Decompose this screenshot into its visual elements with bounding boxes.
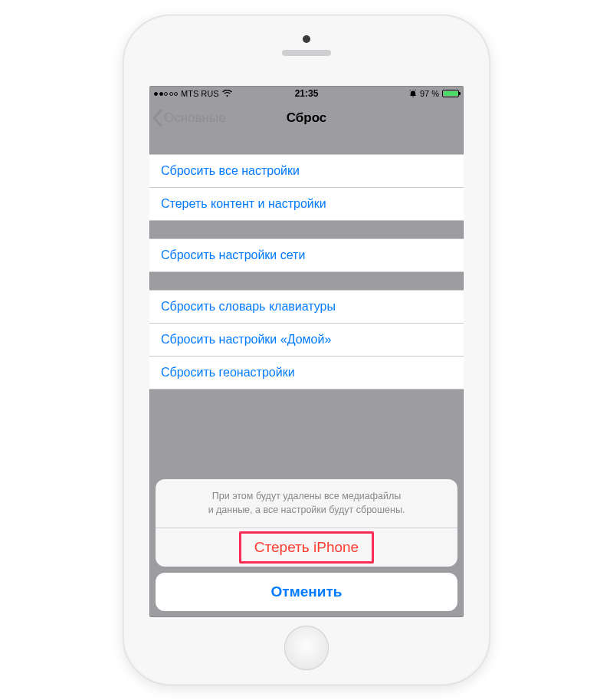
status-bar: MTS RUS 21:35 97 % bbox=[149, 86, 464, 101]
chevron-left-icon bbox=[152, 110, 162, 127]
cancel-button[interactable]: Отменить bbox=[156, 573, 457, 611]
reset-location-row[interactable]: Сбросить геонастройки bbox=[149, 356, 464, 389]
row-label: Сбросить словарь клавиатуры bbox=[161, 300, 336, 313]
reset-keyboard-dict-row[interactable]: Сбросить словарь клавиатуры bbox=[149, 290, 464, 324]
page-title: Сброс bbox=[287, 110, 327, 126]
back-button[interactable]: Основные bbox=[152, 101, 226, 135]
reset-network-row[interactable]: Сбросить настройки сети bbox=[149, 238, 464, 272]
cancel-label: Отменить bbox=[271, 583, 343, 600]
row-label: Сбросить настройки «Домой» bbox=[161, 333, 331, 346]
row-label: Сбросить геонастройки bbox=[161, 366, 295, 379]
back-label: Основные bbox=[164, 110, 226, 126]
nav-bar: Основные Сброс bbox=[149, 101, 464, 135]
phone-frame: MTS RUS 21:35 97 % Основные bbox=[123, 15, 490, 685]
alarm-icon bbox=[409, 90, 417, 97]
erase-iphone-button[interactable]: Стереть iPhone bbox=[156, 528, 457, 567]
clock-label: 21:35 bbox=[295, 88, 319, 99]
reset-all-settings-row[interactable]: Сбросить все настройки bbox=[149, 154, 464, 188]
action-sheet: При этом будут удалены все медиафайлы и … bbox=[156, 479, 457, 611]
action-sheet-message: При этом будут удалены все медиафайлы и … bbox=[156, 479, 457, 528]
battery-pct-label: 97 % bbox=[420, 89, 439, 98]
settings-list: Сбросить все настройки Стереть контент и… bbox=[149, 154, 464, 389]
carrier-label: MTS RUS bbox=[181, 89, 219, 98]
signal-strength-icon bbox=[154, 92, 178, 96]
action-sheet-card: При этом будут удалены все медиафайлы и … bbox=[156, 479, 457, 567]
row-label: Стереть контент и настройки bbox=[161, 197, 326, 210]
battery-icon bbox=[442, 90, 459, 97]
row-label: Сбросить настройки сети bbox=[161, 248, 305, 261]
front-camera bbox=[303, 35, 310, 43]
row-label: Сбросить все настройки bbox=[161, 164, 300, 177]
reset-home-layout-row[interactable]: Сбросить настройки «Домой» bbox=[149, 323, 464, 357]
erase-content-settings-row[interactable]: Стереть контент и настройки bbox=[149, 187, 464, 221]
erase-iphone-label: Стереть iPhone bbox=[254, 539, 359, 555]
home-button[interactable] bbox=[284, 626, 329, 670]
screen: MTS RUS 21:35 97 % Основные bbox=[149, 86, 464, 617]
wifi-icon bbox=[222, 90, 232, 97]
earpiece-speaker bbox=[282, 50, 331, 56]
